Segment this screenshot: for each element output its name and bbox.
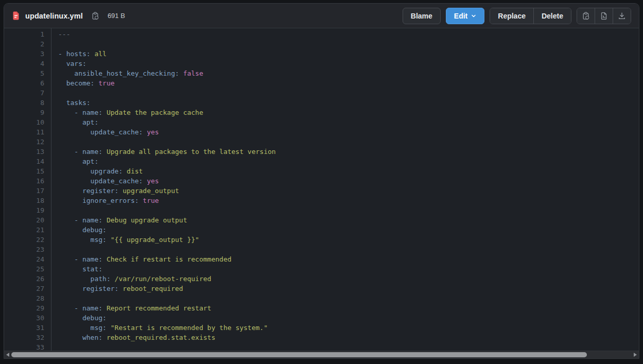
code-line: 31 msg: "Restart is recommended by the s… [4,323,639,333]
code-line: 24 - name: Check if restart is recommend… [4,254,639,264]
line-number[interactable]: 31 [4,323,51,333]
code-line-content: register: reboot_required [51,284,183,293]
code-line-content: - name: Report recommended restart [51,303,211,313]
line-number[interactable]: 3 [4,49,51,59]
code-line: 12 [4,137,639,147]
code-line-content: upgrade: dist [51,166,143,176]
scroll-right-arrow-icon[interactable] [634,353,637,357]
gutter-divider [51,28,51,351]
code-line: 2 [4,39,639,49]
code-line: 11 update_cache: yes [4,127,639,137]
line-number[interactable]: 8 [4,98,51,108]
code-line: 5 ansible_host_key_checking: false [4,68,639,78]
code-line: 1--- [4,29,639,39]
code-line-content: become: true [51,78,115,88]
code-line: 22 msg: "{{ upgrade_output }}" [4,235,639,245]
code-line: 26 path: /var/run/reboot-required [4,274,639,284]
code-line-content [51,293,58,303]
line-number[interactable]: 12 [4,137,51,147]
code-line: 21 debug: [4,225,639,235]
code-line-content: path: /var/run/reboot-required [51,274,211,284]
code-line: 20 - name: Debug upgrade output [4,215,639,225]
line-number[interactable]: 5 [4,68,51,78]
code-line: 3- hosts: all [4,49,639,59]
code-line: 4 vars: [4,59,639,68]
file-viewer-card: updatelinux.yml 691 B Blame Edit Replace… [4,3,639,359]
line-number[interactable]: 7 [4,88,51,98]
code-line: 30 debug: [4,313,639,323]
line-number[interactable]: 10 [4,117,51,127]
line-number[interactable]: 21 [4,225,51,235]
line-number[interactable]: 4 [4,59,51,68]
code-line-content [51,39,58,49]
copy-path-icon[interactable] [90,11,100,21]
delete-button[interactable]: Delete [533,8,571,24]
code-line-content [51,205,58,215]
code-line: 23 [4,245,639,254]
code-line: 25 stat: [4,264,639,274]
line-number[interactable]: 16 [4,176,51,186]
open-raw-icon[interactable] [595,8,613,24]
line-number[interactable]: 32 [4,333,51,342]
replace-delete-group: Replace Delete [490,8,571,24]
code-line: 9 - name: Update the package cache [4,108,639,117]
line-number[interactable]: 15 [4,166,51,176]
code-line-content: apt: [51,117,98,127]
line-number[interactable]: 11 [4,127,51,137]
scroll-left-arrow-icon[interactable] [6,353,9,357]
code-line: 33 [4,342,639,351]
line-number[interactable]: 26 [4,274,51,284]
line-number[interactable]: 25 [4,264,51,274]
code-line-content: update_cache: yes [51,127,159,137]
header-actions: Blame Edit Replace Delete [403,8,631,24]
line-number[interactable]: 17 [4,186,51,196]
code-viewer: 1---23- hosts: all4 vars:5 ansible_host_… [4,28,639,351]
line-number[interactable]: 20 [4,215,51,225]
line-number[interactable]: 29 [4,303,51,313]
line-number[interactable]: 22 [4,235,51,245]
file-size: 691 B [108,12,125,20]
line-number[interactable]: 9 [4,108,51,117]
code-line-content: --- [51,29,70,39]
code-line: 19 [4,205,639,215]
scrollbar-thumb[interactable] [11,352,587,357]
line-number[interactable]: 6 [4,78,51,88]
code-line: 7 [4,88,639,98]
code-line-content: stat: [51,264,102,274]
edit-button[interactable]: Edit [446,8,484,24]
code-line-content: msg: "Restart is recommended by the syst… [51,323,268,333]
line-number[interactable]: 23 [4,245,51,254]
yaml-file-icon [12,11,20,20]
horizontal-scrollbar[interactable] [4,351,639,358]
code-line-content: update_cache: yes [51,176,159,186]
code-line: 13 - name: Upgrade all packages to the l… [4,147,639,157]
download-icon[interactable] [613,8,631,24]
blame-button[interactable]: Blame [403,8,441,24]
code-line-content [51,137,58,147]
code-line-content: debug: [51,313,107,323]
file-tools-group [577,8,631,24]
code-line: 14 apt: [4,157,639,166]
code-lines: 1---23- hosts: all4 vars:5 ansible_host_… [4,29,639,351]
line-number[interactable]: 27 [4,284,51,293]
line-number[interactable]: 1 [4,29,51,39]
line-number[interactable]: 30 [4,313,51,323]
line-number[interactable]: 33 [4,342,51,351]
line-number[interactable]: 2 [4,39,51,49]
code-line: 27 register: reboot_required [4,284,639,293]
line-number[interactable]: 14 [4,157,51,166]
line-number[interactable]: 18 [4,196,51,205]
code-line: 18 ignore_errors: true [4,196,639,205]
copy-file-contents-icon[interactable] [577,8,595,24]
line-number[interactable]: 24 [4,254,51,264]
code-line: 16 update_cache: yes [4,176,639,186]
line-number[interactable]: 28 [4,293,51,303]
line-number[interactable]: 13 [4,147,51,157]
code-line-content: ansible_host_key_checking: false [51,68,203,78]
replace-button[interactable]: Replace [490,8,533,24]
code-line-content: debug: [51,225,107,235]
line-number[interactable]: 19 [4,205,51,215]
code-line: 17 register: upgrade_output [4,186,639,196]
code-line-content: apt: [51,157,98,166]
chevron-down-icon [471,13,476,19]
